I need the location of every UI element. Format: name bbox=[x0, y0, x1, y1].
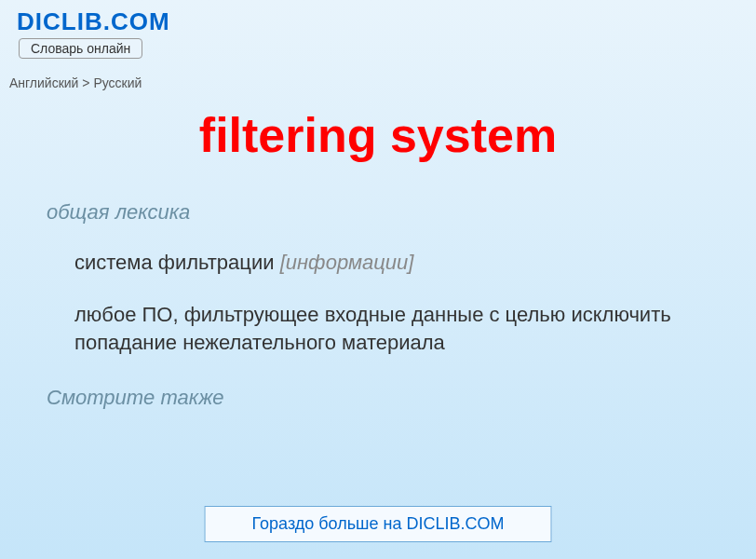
definition-primary-text: система фильтрации bbox=[74, 251, 280, 274]
site-subtitle: Словарь онлайн bbox=[19, 38, 142, 59]
definition-secondary: любое ПО, фильтрующее входные данные с ц… bbox=[74, 301, 709, 356]
more-link[interactable]: Гораздо больше на DICLIB.COM bbox=[252, 514, 505, 533]
more-link-box[interactable]: Гораздо больше на DICLIB.COM bbox=[205, 506, 552, 542]
page-title: filtering system bbox=[0, 107, 756, 163]
breadcrumb-to[interactable]: Русский bbox=[93, 75, 142, 90]
content-area: общая лексика система фильтрации [информ… bbox=[0, 200, 756, 410]
header: DICLIB.COM Словарь онлайн bbox=[0, 0, 756, 59]
category-label: общая лексика bbox=[47, 200, 709, 225]
see-also-label: Смотрите также bbox=[47, 386, 709, 410]
definition-block: система фильтрации [информации] любое ПО… bbox=[74, 251, 709, 356]
breadcrumb-from[interactable]: Английский bbox=[9, 75, 78, 90]
breadcrumb-separator: > bbox=[82, 75, 89, 90]
definition-primary-context: [информации] bbox=[280, 251, 414, 274]
site-logo[interactable]: DICLIB.COM bbox=[17, 7, 756, 36]
breadcrumb: Английский > Русский bbox=[9, 75, 756, 90]
definition-primary: система фильтрации [информации] bbox=[74, 251, 709, 275]
